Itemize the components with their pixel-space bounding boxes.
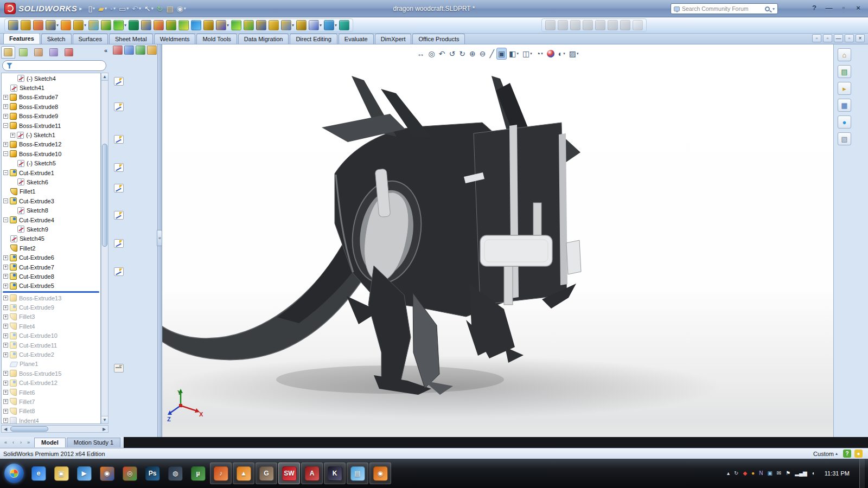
open-icon[interactable]: ▰▾ — [97, 2, 108, 15]
propertymanager-tab[interactable] — [16, 46, 30, 59]
expander-icon[interactable]: + — [3, 343, 8, 348]
window-tile-icon[interactable]: ▫ — [823, 34, 832, 42]
tree-item[interactable]: Sketch41 — [2, 83, 100, 92]
autocad-taskbar-icon[interactable]: A — [301, 463, 323, 484]
tab-sheet-metal[interactable]: Sheet Metal — [109, 34, 153, 44]
tab-direct-editing[interactable]: Direct Editing — [290, 34, 337, 44]
gimp-taskbar-icon[interactable]: G — [256, 463, 277, 484]
close-icon[interactable]: × — [852, 2, 865, 14]
sketch-chamfer-icon[interactable] — [165, 20, 177, 31]
display-tray-icon[interactable]: ▣ — [767, 471, 772, 476]
tree-item[interactable]: Sketch6 — [2, 177, 100, 187]
edit-appearance-icon[interactable] — [545, 48, 556, 60]
tree-item[interactable]: +Cut-Extrude7 — [2, 262, 100, 272]
show-hidden-icons-icon[interactable]: ▴ — [727, 471, 730, 476]
expander-icon[interactable]: + — [3, 104, 8, 109]
spline-icon[interactable] — [128, 20, 139, 31]
tree-item[interactable]: −Boss-Extrude10 — [2, 149, 100, 158]
graphics-viewport[interactable]: ↔◎↶↺↻⊕⊖╱▣◧▾◫▾◔▾◐▾▨▾ — [162, 44, 833, 437]
tab-motion-study-1[interactable]: Motion Study 1 — [67, 438, 120, 447]
start-button[interactable] — [4, 464, 24, 483]
tree-item[interactable]: +Boss-Extrude9 — [2, 112, 100, 121]
sketch-help-icon[interactable] — [632, 20, 643, 31]
first-tab-icon[interactable]: « — [2, 440, 9, 445]
tree-item[interactable]: +Cut-Extrude11 — [2, 341, 100, 350]
tree-item[interactable]: (-) Sketch5 — [2, 159, 100, 168]
expander-icon[interactable]: + — [3, 399, 8, 404]
hide-show-items-icon[interactable]: ◔▾ — [534, 48, 545, 60]
tree-item[interactable]: +Cut-Extrude2 — [2, 350, 100, 359]
status-help-icon[interactable]: ? — [843, 450, 851, 458]
tree-item[interactable]: +Cut-Extrude5 — [2, 281, 100, 291]
expander-icon[interactable]: + — [3, 324, 8, 329]
last-tab-icon[interactable]: » — [25, 440, 32, 445]
custom-view-toggle[interactable]: Custom ▴ — [813, 451, 838, 457]
sketch-icon[interactable] — [114, 163, 124, 172]
section-view-icon[interactable]: ◫▾ — [521, 48, 534, 60]
expander-icon[interactable]: + — [3, 284, 8, 288]
tree-item[interactable]: +Cut-Extrude8 — [2, 272, 100, 281]
expander-icon[interactable]: + — [3, 95, 8, 100]
winamp-taskbar-icon[interactable]: ♪ — [210, 463, 232, 484]
pane2-propertymanager-tab[interactable] — [124, 46, 134, 55]
tree-item[interactable]: +Fillet7 — [2, 397, 100, 406]
featuremanager-tab[interactable] — [1, 46, 15, 59]
sketch-icon[interactable] — [114, 267, 124, 276]
tree-item[interactable]: +Boss-Extrude13 — [2, 293, 100, 303]
pane2-featuremanager-tab[interactable] — [113, 46, 123, 55]
expander-icon[interactable]: + — [3, 381, 8, 386]
tree-item[interactable]: +(-) Sketch1 — [2, 130, 100, 139]
tab-features[interactable]: Features — [3, 33, 40, 44]
add-relation-icon[interactable] — [545, 20, 556, 31]
refresh-view-icon[interactable]: ↻ — [457, 48, 467, 60]
centerline-icon[interactable] — [203, 20, 214, 31]
sketch-icon[interactable] — [114, 211, 124, 220]
photoshop-taskbar-icon[interactable]: Ps — [142, 463, 163, 484]
tree-item[interactable]: +Cut-Extrude10 — [2, 331, 100, 341]
sketch-text-icon[interactable] — [178, 20, 189, 31]
tree-item[interactable]: (-) Sketch4 — [2, 74, 100, 83]
expander-icon[interactable]: + — [3, 418, 8, 423]
zoom-in-icon[interactable]: ⊕ — [468, 48, 477, 60]
annotation-icon[interactable] — [114, 364, 124, 373]
expander-icon[interactable]: − — [3, 123, 8, 128]
view-orientation-icon[interactable]: ▣ — [496, 48, 507, 60]
pane2-scene-tab[interactable] — [147, 46, 157, 55]
sketch-icon[interactable] — [114, 102, 124, 111]
appearances-icon[interactable]: ● — [838, 115, 851, 129]
tab-data-migration[interactable]: Data Migration — [238, 34, 289, 44]
expander-icon[interactable]: + — [3, 255, 8, 260]
undo-icon[interactable]: ↶▾ — [130, 2, 143, 15]
sketch-mode-icon[interactable]: ╱ — [488, 48, 496, 60]
mirror-entities-icon[interactable] — [268, 20, 279, 31]
expander-icon[interactable]: + — [3, 142, 8, 147]
antivirus-tray-icon[interactable]: ◆ — [743, 471, 747, 476]
tangent-arc-icon[interactable] — [88, 20, 99, 31]
tree-item[interactable]: −Cut-Extrude4 — [2, 215, 100, 224]
steam-taskbar-icon[interactable]: ◍ — [164, 463, 186, 484]
expander-icon[interactable]: − — [3, 170, 8, 175]
window-cascade-icon[interactable]: ▫ — [812, 34, 821, 42]
displaymanager-tab[interactable] — [62, 46, 76, 59]
solidworks-logo-icon[interactable] — [4, 3, 16, 14]
tab-office-products[interactable]: Office Products — [412, 34, 465, 44]
tree-filter-input[interactable] — [15, 62, 102, 69]
check-sketch-icon[interactable] — [595, 20, 606, 31]
tab-sketch[interactable]: Sketch — [41, 34, 72, 44]
extend-entities-icon[interactable] — [231, 20, 242, 31]
previous-view-icon[interactable]: ↶ — [437, 48, 447, 60]
expander-icon[interactable]: + — [3, 352, 8, 357]
next-tab-icon[interactable]: › — [17, 440, 24, 445]
point-icon[interactable] — [190, 20, 202, 31]
tree-item[interactable]: +Fillet3 — [2, 312, 100, 322]
tree-item[interactable]: +Cut-Extrude9 — [2, 303, 100, 312]
tree-item[interactable]: Sketch9 — [2, 224, 100, 234]
tree-item[interactable]: −Boss-Extrude11 — [2, 121, 100, 130]
taskbar-clock[interactable]: 11:31 PM — [819, 470, 855, 477]
expander-icon[interactable]: − — [3, 198, 8, 203]
restore-document-icon[interactable]: ▫ — [845, 34, 854, 42]
update-tray-icon[interactable]: ● — [751, 471, 755, 476]
expander-icon[interactable]: − — [3, 217, 8, 222]
tree-item[interactable]: −Cut-Extrude1 — [2, 168, 100, 177]
firefox-taskbar-icon[interactable]: ◉ — [96, 463, 118, 484]
